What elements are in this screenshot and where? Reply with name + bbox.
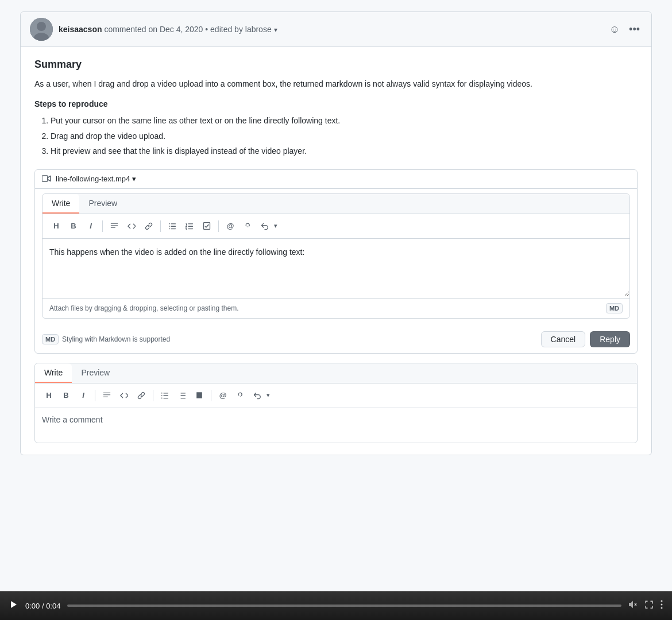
steps-heading: Steps to reproduce [34, 99, 638, 108]
mute-button[interactable] [628, 600, 638, 611]
list-item: Drag and drop the video upload. [51, 130, 638, 142]
summary-text: As a user, when I drag and drop a video … [34, 78, 638, 90]
comment-meta: keisaacson commented on Dec 4, 2020 • ed… [59, 25, 277, 34]
toolbar-divider-3 [218, 220, 219, 232]
comment-meta-text: commented on Dec 4, 2020 • edited by lab… [104, 25, 271, 34]
tab-write-2[interactable]: Write [35, 363, 72, 383]
video-icon [42, 175, 51, 184]
fullscreen-button[interactable] [644, 600, 654, 611]
attachment-filename: line-following-text.mp4 [56, 175, 130, 183]
toolbar2-ul[interactable] [157, 388, 173, 403]
svg-point-1 [37, 22, 46, 31]
toolbar-code[interactable] [123, 219, 140, 234]
list-item: Hit preview and see that the link is dis… [51, 145, 638, 157]
toolbar-bold[interactable]: B [65, 219, 82, 234]
tab-preview-2[interactable]: Preview [72, 363, 119, 383]
cancel-button[interactable]: Cancel [541, 331, 586, 347]
more-options-button[interactable]: ••• [627, 21, 642, 38]
markdown-support: MD Styling with Markdown is supported [42, 334, 170, 344]
toolbar2-dropdown[interactable]: ▾ [267, 392, 270, 399]
comment-body: Summary As a user, when I drag and drop … [21, 47, 651, 455]
toolbar2-divider [95, 390, 95, 401]
tab-write-1[interactable]: Write [43, 194, 79, 214]
time-display: 0:00 / 0:04 [25, 602, 60, 610]
toolbar-heading[interactable]: H [48, 219, 64, 234]
steps-list: Put your cursor on the same line as othe… [34, 114, 638, 157]
toolbar2-code[interactable] [116, 388, 132, 403]
toolbar-divider [102, 220, 103, 232]
md-badge-attach: MD [606, 303, 623, 313]
list-item: Put your cursor on the same line as othe… [51, 114, 638, 127]
toolbar2-divider-2 [153, 390, 153, 401]
toolbar-quote[interactable] [106, 219, 122, 234]
reply-editor-2: Write Preview H B I [34, 363, 638, 443]
svg-rect-3 [42, 176, 48, 181]
dropdown-arrow-icon: ▾ [274, 26, 277, 34]
play-button[interactable] [9, 600, 18, 611]
filename-dropdown[interactable]: line-following-text.mp4 ▾ [56, 175, 136, 183]
toolbar-undo[interactable] [257, 219, 273, 234]
toolbar-mention[interactable]: @ [222, 219, 238, 234]
tab-preview-1[interactable]: Preview [79, 194, 126, 214]
toolbar-ref[interactable] [240, 219, 256, 234]
toolbar2-divider-3 [211, 390, 211, 401]
toolbar-dropdown[interactable]: ▾ [274, 222, 277, 230]
comment-container: keisaacson commented on Dec 4, 2020 • ed… [20, 11, 652, 455]
attachment-dropdown-arrow: ▾ [132, 175, 136, 183]
editor-attach-1: Attach files by dragging & dropping, sel… [43, 298, 629, 318]
comment-header: keisaacson commented on Dec 4, 2020 • ed… [21, 12, 651, 47]
toolbar2-undo[interactable] [249, 388, 265, 403]
svg-point-8 [661, 607, 663, 609]
editor-toolbar-2: H B I [35, 383, 637, 408]
video-player-bar: 0:00 / 0:04 [0, 591, 672, 620]
editor-toolbar-1: H B I [43, 214, 629, 239]
editor2-placeholder: Write a comment [42, 415, 103, 424]
toolbar-ol[interactable] [181, 219, 198, 234]
video-attachment: line-following-text.mp4 ▾ Write Preview … [34, 169, 638, 354]
attach-text: Attach files by dragging & dropping, sel… [49, 304, 239, 312]
svg-point-6 [661, 600, 663, 602]
toolbar-task[interactable] [199, 219, 215, 234]
toolbar2-bold[interactable]: B [58, 388, 74, 403]
comment-header-right: ☺ ••• [607, 21, 642, 38]
comment-username: keisaacson [59, 25, 102, 34]
progress-bar[interactable] [67, 604, 621, 607]
emoji-button[interactable]: ☺ [607, 21, 622, 38]
markdown-label: Styling with Markdown is supported [62, 335, 170, 343]
editor2-textarea-wrapper[interactable]: Write a comment [35, 408, 637, 443]
toolbar2-ref[interactable] [232, 388, 248, 403]
toolbar2-link[interactable] [133, 388, 149, 403]
md-badge-footer: MD [42, 334, 59, 344]
toolbar2-task[interactable] [191, 388, 207, 403]
editor-tabs-1: Write Preview [43, 194, 629, 214]
more-icon: ••• [629, 24, 640, 36]
comment-header-left: keisaacson commented on Dec 4, 2020 • ed… [30, 18, 277, 41]
reply-button[interactable]: Reply [590, 331, 630, 347]
emoji-icon: ☺ [609, 24, 620, 36]
summary-heading: Summary [34, 59, 638, 71]
footer-actions: Cancel Reply [541, 331, 630, 347]
avatar [30, 18, 53, 41]
toolbar-divider-2 [160, 220, 161, 232]
toolbar2-italic[interactable]: I [75, 388, 91, 403]
toolbar2-heading[interactable]: H [41, 388, 57, 403]
reply-editor-1: Write Preview H B I [42, 193, 630, 319]
toolbar-italic[interactable]: I [83, 219, 99, 234]
player-controls-right [628, 600, 663, 611]
toolbar-link[interactable] [141, 219, 157, 234]
toolbar2-quote[interactable] [99, 388, 115, 403]
editor-textarea-1[interactable]: This happens when the video is added on … [43, 239, 629, 296]
toolbar-ul[interactable] [164, 219, 180, 234]
svg-point-7 [661, 604, 663, 606]
toolbar2-mention[interactable]: @ [215, 388, 231, 403]
more-player-button[interactable] [661, 600, 663, 611]
editor-footer-1: MD Styling with Markdown is supported Ca… [35, 326, 637, 353]
toolbar2-ol[interactable] [174, 388, 190, 403]
editor-tabs-2: Write Preview [35, 363, 637, 383]
edited-dropdown[interactable]: ▾ [274, 26, 277, 34]
video-attachment-header: line-following-text.mp4 ▾ [35, 170, 637, 189]
